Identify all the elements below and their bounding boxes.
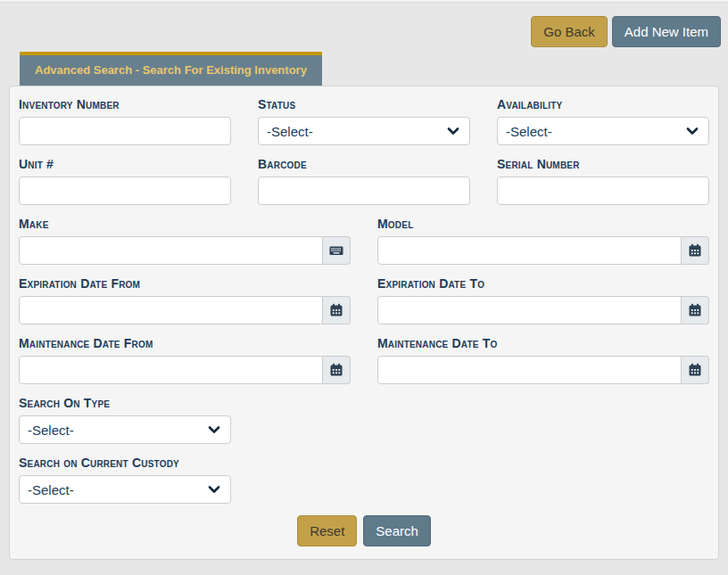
expiration-date-from-datepicker-button[interactable] bbox=[323, 296, 351, 324]
field-status: Status -Select- bbox=[258, 97, 470, 145]
expiration-date-to-label: Expiration Date To bbox=[377, 276, 709, 291]
maintenance-date-from-input[interactable] bbox=[19, 356, 323, 384]
calendar-icon bbox=[688, 363, 702, 377]
model-label: Model bbox=[377, 217, 709, 231]
search-button[interactable]: Search bbox=[363, 515, 431, 546]
field-make: Make bbox=[19, 217, 351, 265]
field-barcode: Barcode bbox=[258, 157, 470, 205]
availability-label: Availability bbox=[497, 97, 709, 111]
field-expiration-date-from: Expiration Date From bbox=[19, 276, 351, 324]
maintenance-date-to-input[interactable] bbox=[377, 356, 682, 384]
field-search-on-type: Search On Type -Select- bbox=[19, 396, 231, 444]
expiration-date-to-input-group bbox=[377, 296, 709, 324]
expiration-date-to-input[interactable] bbox=[377, 296, 682, 324]
calendar-icon bbox=[329, 303, 343, 317]
field-unit-number: Unit # bbox=[19, 157, 231, 205]
go-back-button[interactable]: Go Back bbox=[531, 16, 608, 47]
form-row-7: Search on Current Custody -Select- bbox=[19, 456, 709, 504]
field-maintenance-date-from: Maintenance Date From bbox=[19, 336, 351, 384]
form-row-2: Unit # Barcode Serial Number bbox=[19, 157, 709, 205]
make-input[interactable] bbox=[19, 236, 323, 265]
barcode-label: Barcode bbox=[258, 157, 470, 171]
model-input-group bbox=[377, 236, 709, 265]
calendar-icon bbox=[688, 243, 702, 258]
unit-number-input[interactable] bbox=[19, 177, 231, 205]
add-new-item-button[interactable]: Add New Item bbox=[612, 16, 721, 47]
calendar-icon bbox=[329, 363, 343, 377]
availability-select[interactable]: -Select- bbox=[497, 117, 709, 145]
field-availability: Availability -Select- bbox=[497, 97, 709, 145]
make-input-group bbox=[19, 236, 351, 265]
maintenance-date-to-datepicker-button[interactable] bbox=[682, 356, 709, 384]
maintenance-date-to-label: Maintenance Date To bbox=[377, 336, 709, 350]
advanced-search-container: Advanced Search - Search For Existing In… bbox=[9, 52, 719, 560]
maintenance-date-to-input-group bbox=[377, 356, 709, 384]
status-select[interactable]: -Select- bbox=[258, 117, 470, 145]
search-on-type-select-wrap: -Select- bbox=[19, 415, 231, 444]
make-addon-button[interactable] bbox=[323, 236, 351, 265]
search-on-type-select[interactable]: -Select- bbox=[19, 415, 231, 444]
unit-number-label: Unit # bbox=[19, 157, 231, 171]
keyboard-icon bbox=[329, 243, 343, 258]
calendar-icon bbox=[688, 303, 702, 317]
inventory-number-label: Inventory Number bbox=[19, 97, 231, 111]
status-select-wrap: -Select- bbox=[258, 117, 470, 145]
expiration-date-to-datepicker-button[interactable] bbox=[682, 296, 709, 324]
search-on-current-custody-select-wrap: -Select- bbox=[19, 475, 231, 504]
form-row-3: Make bbox=[19, 217, 709, 265]
status-label: Status bbox=[258, 97, 470, 111]
field-expiration-date-to: Expiration Date To bbox=[377, 276, 709, 324]
search-on-type-label: Search On Type bbox=[19, 396, 231, 410]
toolbar: Go Back Add New Item bbox=[0, 3, 728, 47]
tab-advanced-search[interactable]: Advanced Search - Search For Existing In… bbox=[20, 52, 322, 86]
form-actions: Reset Search bbox=[19, 515, 709, 550]
field-maintenance-date-to: Maintenance Date To bbox=[377, 336, 709, 384]
serial-number-label: Serial Number bbox=[497, 157, 709, 171]
form-row-4: Expiration Date From bbox=[19, 276, 709, 324]
advanced-search-panel: Inventory Number Status -Select- Availab… bbox=[9, 86, 719, 560]
field-inventory-number: Inventory Number bbox=[19, 97, 231, 145]
field-search-on-current-custody: Search on Current Custody -Select- bbox=[19, 456, 231, 504]
expiration-date-from-label: Expiration Date From bbox=[19, 276, 351, 291]
make-label: Make bbox=[19, 217, 351, 231]
search-on-current-custody-label: Search on Current Custody bbox=[19, 456, 231, 470]
field-serial-number: Serial Number bbox=[497, 157, 709, 205]
form-row-5: Maintenance Date From bbox=[19, 336, 709, 384]
barcode-input[interactable] bbox=[258, 177, 470, 205]
expiration-date-from-input[interactable] bbox=[19, 296, 323, 324]
field-model: Model bbox=[377, 217, 709, 265]
availability-select-wrap: -Select- bbox=[497, 117, 709, 145]
maintenance-date-from-label: Maintenance Date From bbox=[19, 336, 351, 350]
maintenance-date-from-datepicker-button[interactable] bbox=[323, 356, 351, 384]
form-row-1: Inventory Number Status -Select- Availab… bbox=[19, 97, 709, 145]
form-row-6: Search On Type -Select- bbox=[19, 396, 709, 444]
maintenance-date-from-input-group bbox=[19, 356, 351, 384]
model-input[interactable] bbox=[377, 236, 682, 265]
model-datepicker-button[interactable] bbox=[682, 236, 709, 265]
reset-button[interactable]: Reset bbox=[297, 515, 357, 546]
inventory-number-input[interactable] bbox=[19, 117, 231, 145]
search-on-current-custody-select[interactable]: -Select- bbox=[19, 475, 231, 504]
expiration-date-from-input-group bbox=[19, 296, 351, 324]
serial-number-input[interactable] bbox=[497, 177, 709, 205]
